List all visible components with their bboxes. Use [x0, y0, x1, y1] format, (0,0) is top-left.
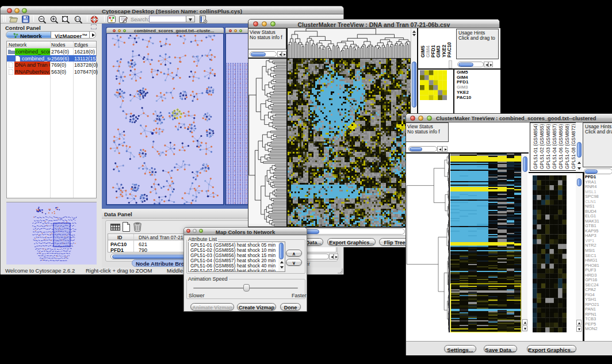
svg-text:1:1: 1:1 [76, 17, 80, 21]
